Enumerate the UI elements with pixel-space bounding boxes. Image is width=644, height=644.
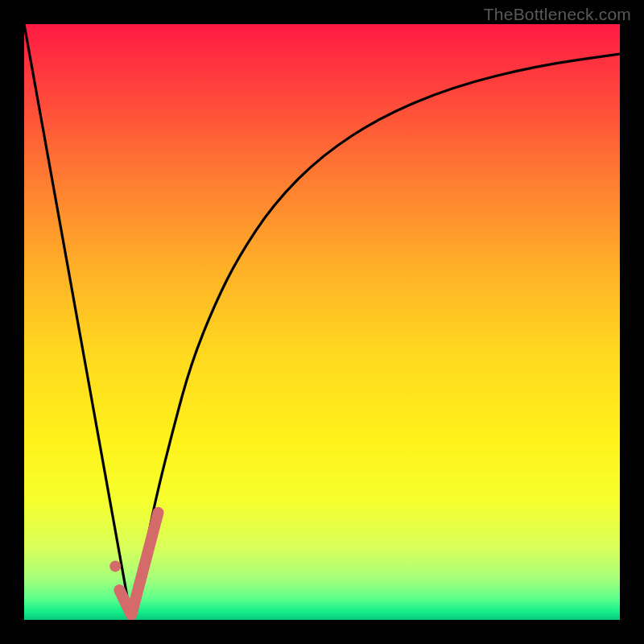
outer-frame: TheBottleneck.com	[0, 0, 644, 644]
curve-layer	[24, 24, 620, 620]
plot-area	[24, 24, 620, 620]
watermark-text: TheBottleneck.com	[484, 5, 631, 24]
right-curve	[131, 54, 620, 620]
accent-hook	[119, 513, 158, 615]
accent-dot	[109, 560, 121, 572]
left-line	[24, 24, 131, 620]
